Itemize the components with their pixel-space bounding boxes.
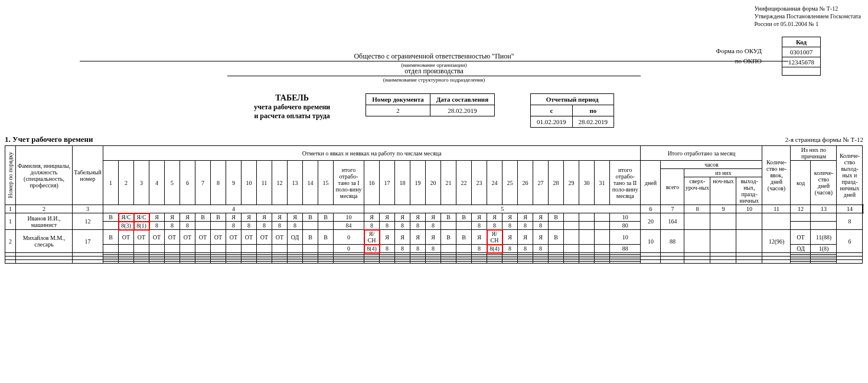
day-hours: 8 — [257, 222, 272, 230]
h-d3: 3 — [134, 161, 149, 205]
day-hours: 8(1) — [134, 222, 149, 230]
h-d14: 14 — [303, 161, 318, 205]
day-hours: 8 — [502, 245, 518, 253]
absences — [762, 213, 791, 230]
day-code: ОТ — [272, 230, 288, 245]
day-code: Я/СН — [364, 230, 380, 245]
day-code: В — [303, 213, 318, 222]
day-code: Я — [487, 213, 502, 222]
period-from: 01.02.2019 — [531, 116, 573, 128]
day-code: ОТ — [180, 230, 195, 245]
day-code: В — [303, 230, 318, 245]
month-total: 164 — [661, 213, 684, 230]
half2-code: 10 — [610, 230, 641, 245]
cn3: 3 — [73, 205, 103, 213]
day-hours: 8 — [472, 245, 487, 253]
docnum-label: Номер документа — [366, 94, 430, 105]
day-hours — [288, 245, 303, 253]
dept-name: отдел производства — [227, 67, 641, 76]
form-line1: Унифицированная форма № Т-12 — [754, 5, 861, 12]
title-text: ТАБЕЛЬ учета рабочего времени и расчета … — [254, 93, 330, 121]
day-code: ОТ — [119, 230, 134, 245]
title-row: ТАБЕЛЬ учета рабочего времени и расчета … — [5, 93, 863, 128]
h-d29: 29 — [564, 161, 579, 205]
day-hours: 8 — [180, 222, 195, 230]
day-hours — [549, 222, 564, 230]
h-d27: 27 — [533, 161, 549, 205]
cn2: 2 — [16, 205, 73, 213]
day-code: Я — [533, 213, 549, 222]
day-hours — [134, 245, 149, 253]
day-hours — [180, 245, 195, 253]
day-hours: 8 — [149, 222, 165, 230]
day-code: В — [195, 213, 211, 222]
day-hours: 8 — [380, 245, 395, 253]
day-hours: 8 — [410, 245, 426, 253]
day-hours — [441, 222, 456, 230]
day-hours — [195, 245, 211, 253]
h-col3: Табельный номер — [73, 146, 103, 205]
day-code: В — [456, 230, 472, 245]
holiday-hours — [736, 230, 762, 253]
h-d1: 1 — [103, 161, 119, 205]
row-name: Михайлов М.М., слесарь — [16, 230, 73, 253]
day-hours — [549, 245, 564, 253]
org-name: Общество с ограниченной ответственностью… — [80, 52, 788, 61]
day-code: Я — [426, 213, 441, 222]
day-hours — [579, 222, 595, 230]
period-from-label: с — [531, 105, 573, 116]
h-d2: 2 — [119, 161, 134, 205]
day-hours — [595, 245, 610, 253]
reason-code: ОТ — [791, 230, 811, 245]
day-hours — [226, 245, 242, 253]
h-d10: 10 — [242, 161, 257, 205]
day-code: Я — [165, 213, 180, 222]
period-to: 28.02.2019 — [572, 116, 614, 128]
h-reasons: Из них по причинам — [791, 146, 837, 161]
day-code: В — [103, 213, 119, 222]
day-code: В — [441, 230, 456, 245]
day-hours: 8 — [533, 245, 549, 253]
absences: 12(96) — [762, 230, 791, 253]
reason-qty — [811, 222, 837, 230]
h-d31: 31 — [595, 161, 610, 205]
reason-qty: 1(8) — [811, 245, 837, 253]
day-hours: 8 — [426, 222, 441, 230]
day-code: ОТ — [242, 230, 257, 245]
holiday-hours — [736, 213, 762, 230]
day-hours — [318, 245, 334, 253]
h-d16: 16 — [364, 161, 380, 205]
docdate-label: Дата составления — [430, 94, 494, 105]
day-code: Я — [380, 213, 395, 222]
h-d24: 24 — [487, 161, 502, 205]
day-code — [564, 230, 579, 245]
cn1: 1 — [5, 205, 16, 213]
h-d17: 17 — [380, 161, 395, 205]
h-code: код — [791, 161, 811, 205]
holiday-days: 8 — [837, 213, 863, 230]
day-hours: 8 — [502, 222, 518, 230]
day-code: Я — [380, 230, 395, 245]
h-d5: 5 — [165, 161, 180, 205]
half1-hours: 0 — [334, 245, 364, 253]
day-hours — [257, 245, 272, 253]
reason-code — [791, 213, 811, 222]
h-half1: итого отрабо-тано за I поло-вину месяца — [334, 161, 364, 205]
h-col1: Номер по порядку — [7, 152, 14, 198]
day-hours — [211, 245, 226, 253]
day-hours — [195, 222, 211, 230]
day-code: ОТ — [149, 230, 165, 245]
reason-qty — [811, 213, 837, 222]
h-d26: 26 — [518, 161, 533, 205]
half2-hours: 88 — [610, 245, 641, 253]
row-num: 1 — [5, 213, 16, 230]
day-hours — [456, 245, 472, 253]
day-code: Я — [533, 230, 549, 245]
cn11: 11 — [762, 205, 791, 213]
day-hours: 8 — [395, 222, 410, 230]
day-code: Я — [257, 213, 272, 222]
h-d6: 6 — [180, 161, 195, 205]
day-code: ОД — [288, 230, 303, 245]
half1-code: 10 — [334, 213, 364, 222]
cn7: 7 — [661, 205, 684, 213]
